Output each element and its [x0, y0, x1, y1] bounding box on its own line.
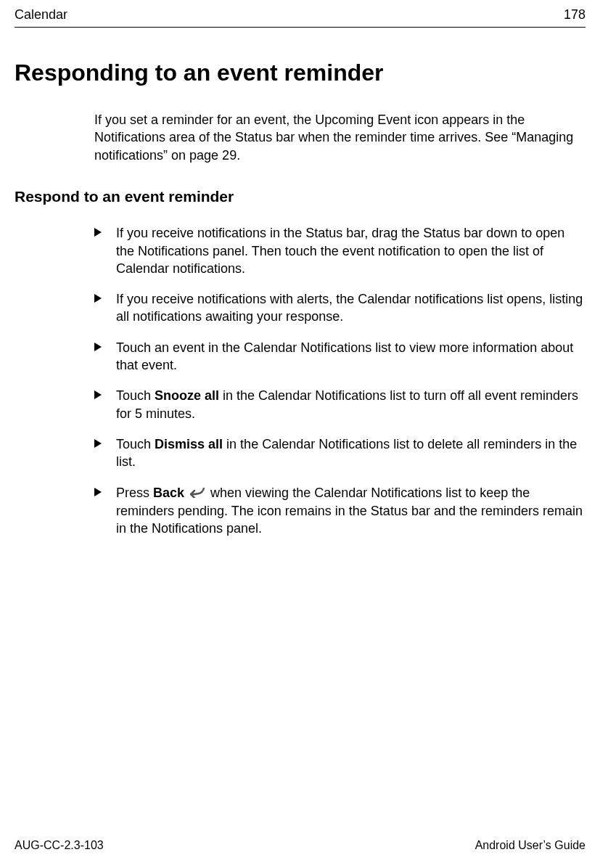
footer-guide-name: Android User’s Guide [475, 838, 585, 853]
svg-marker-2 [94, 343, 102, 351]
step-item: Touch Snooze all in the Calendar Notific… [94, 387, 585, 422]
sub-heading: Respond to an event reminder [15, 186, 585, 207]
play-marker-icon [94, 389, 103, 403]
step-text: Touch Snooze all in the Calendar Notific… [116, 388, 578, 420]
step-text: Touch an event in the Calendar Notificat… [116, 340, 573, 372]
intro-paragraph: If you set a reminder for an event, the … [94, 111, 585, 164]
step-text: If you receive notifications in the Stat… [116, 226, 564, 276]
step-list: If you receive notifications in the Stat… [94, 224, 585, 537]
step-item: Touch Dismiss all in the Calendar Notifi… [94, 435, 585, 471]
page-footer: AUG-CC-2.3-103 Android User’s Guide [15, 838, 585, 853]
step-text: Press Back when viewing the Calendar Not… [116, 486, 583, 536]
step-text: If you receive notifications with alerts… [116, 292, 583, 324]
play-marker-icon [94, 438, 103, 451]
step-text: Touch Dismiss all in the Calendar Notifi… [116, 437, 577, 469]
back-icon [189, 485, 205, 502]
svg-marker-1 [94, 294, 102, 303]
header-section: Calendar [15, 6, 67, 24]
svg-marker-0 [94, 228, 102, 237]
svg-marker-4 [94, 439, 102, 448]
step-item: Touch an event in the Calendar Notificat… [94, 339, 585, 374]
play-marker-icon [94, 226, 103, 240]
play-marker-icon [94, 486, 103, 500]
svg-marker-5 [94, 488, 102, 496]
step-item: If you receive notifications with alerts… [94, 290, 585, 326]
header-page-number: 178 [564, 6, 585, 24]
page-title: Responding to an event reminder [15, 57, 585, 89]
play-marker-icon [94, 292, 103, 306]
step-item: Press Back when viewing the Calendar Not… [94, 484, 585, 538]
page-header: Calendar 178 [15, 6, 585, 28]
footer-doc-id: AUG-CC-2.3-103 [15, 838, 104, 853]
step-item: If you receive notifications in the Stat… [94, 224, 585, 277]
play-marker-icon [94, 341, 103, 355]
svg-marker-3 [94, 390, 102, 399]
